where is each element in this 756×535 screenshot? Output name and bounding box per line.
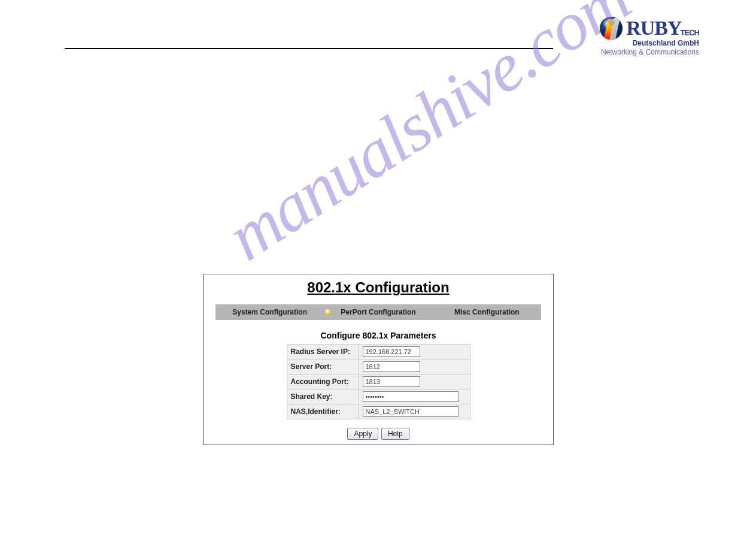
top-divider	[65, 48, 553, 49]
tab-perport-configuration[interactable]: PerPort Configuration	[324, 308, 432, 316]
button-row: Apply Help	[204, 428, 553, 440]
apply-button[interactable]: Apply	[347, 428, 378, 440]
row-shared-key: Shared Key:	[287, 389, 470, 404]
logo-brand-main: RUBY	[626, 18, 681, 38]
tab-system-configuration[interactable]: System Configuration	[215, 308, 324, 316]
parameters-table: Radius Server IP: Server Port: Accountin…	[287, 344, 470, 419]
input-shared-key[interactable]	[363, 391, 459, 402]
logo-globe-icon	[600, 17, 623, 40]
logo-subline-2: Networking & Communications	[591, 48, 699, 56]
label-accounting-port: Accounting Port:	[287, 374, 359, 389]
label-shared-key: Shared Key:	[287, 389, 359, 404]
logo-subline-1: Deutschland GmbH	[591, 39, 699, 47]
row-radius-ip: Radius Server IP:	[287, 344, 470, 359]
help-button[interactable]: Help	[381, 428, 409, 440]
config-panel: 802.1x Configuration System Configuratio…	[203, 274, 554, 445]
label-server-port: Server Port:	[287, 359, 359, 374]
watermark-text: manualshive.com	[213, 0, 643, 276]
row-nas-identifier: NAS,Identifier:	[287, 404, 470, 419]
logo-wordmark: RUBY TECH	[626, 18, 699, 38]
logo-brand-suffix: TECH	[681, 29, 699, 37]
row-accounting-port: Accounting Port:	[287, 374, 470, 389]
tab-bar: System Configuration PerPort Configurati…	[215, 304, 541, 320]
tab-misc-configuration[interactable]: Misc Configuration	[433, 308, 541, 316]
input-server-port[interactable]	[363, 361, 420, 372]
input-radius-ip[interactable]	[363, 346, 420, 357]
input-nas-identifier[interactable]	[363, 406, 459, 417]
label-nas-identifier: NAS,Identifier:	[287, 404, 359, 419]
panel-title: 802.1x Configuration	[204, 274, 553, 304]
section-heading: Configure 802.1x Parameters	[204, 331, 553, 340]
brand-logo: RUBY TECH Deutschland GmbH Networking & …	[591, 17, 699, 56]
input-accounting-port[interactable]	[363, 376, 420, 387]
row-server-port: Server Port:	[287, 359, 470, 374]
label-radius-ip: Radius Server IP:	[287, 344, 359, 359]
